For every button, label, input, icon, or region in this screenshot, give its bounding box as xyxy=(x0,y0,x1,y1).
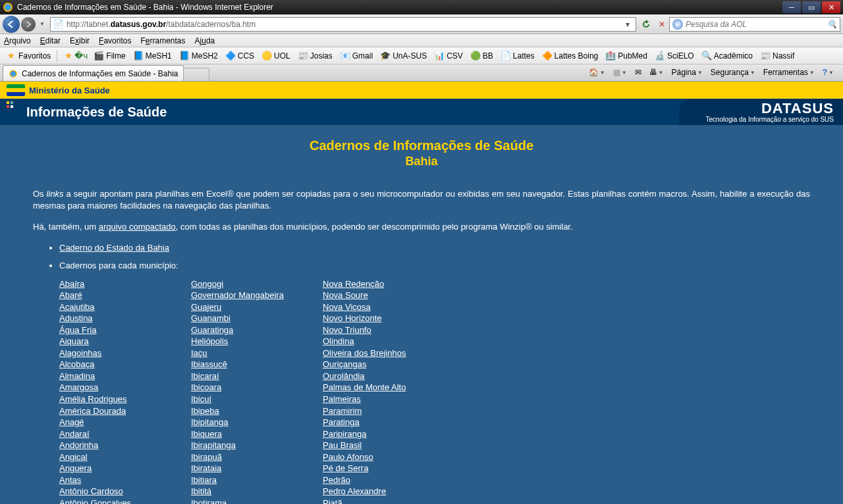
link-municipio[interactable]: Pedrão xyxy=(323,474,454,486)
favorites-button[interactable]: ★ Favoritos xyxy=(3,49,54,63)
search-icon[interactable]: 🔍 xyxy=(827,20,837,29)
link-arquivo-compactado[interactable]: arquivo compactado xyxy=(99,222,176,232)
favorite-mesh1[interactable]: 📘MeSH1 xyxy=(130,49,175,63)
link-municipio[interactable]: Ibiquera xyxy=(191,428,323,440)
search-bar[interactable]: 🔍 xyxy=(669,17,840,32)
link-municipio[interactable]: Ibiassucê xyxy=(191,359,323,370)
home-button[interactable]: 🏠▼ xyxy=(586,66,608,78)
link-municipio[interactable]: Alagoinhas xyxy=(59,347,191,359)
link-municipio[interactable]: América Dourada xyxy=(59,405,191,417)
link-municipio[interactable]: Ibitiara xyxy=(191,474,323,486)
menu-ferramentas[interactable]: Ferramentas xyxy=(140,36,185,45)
tab-active[interactable]: Cadernos de Informações em Saúde - Bahia xyxy=(3,65,184,81)
link-municipio[interactable]: Alcobaça xyxy=(59,359,191,370)
favorite-pubmed[interactable]: 🏥PubMed xyxy=(602,49,651,63)
link-municipio[interactable]: Pau Brasil xyxy=(323,440,454,451)
link-municipio[interactable]: Ibipitanga xyxy=(191,416,323,428)
favorite-scielo[interactable]: 🔬SciELO xyxy=(651,49,697,63)
favorite-gmail[interactable]: 📧Gmail xyxy=(337,49,376,63)
address-dropdown-icon[interactable]: ▾ xyxy=(622,20,633,29)
stop-button[interactable]: ✕ xyxy=(655,17,669,32)
link-municipio[interactable]: Paripiranga xyxy=(323,428,454,440)
link-municipio[interactable]: Novo Triunfo xyxy=(323,324,454,336)
page-menu[interactable]: Página▼ xyxy=(669,66,705,78)
link-municipio[interactable]: Paramirim xyxy=(323,405,454,417)
link-municipio[interactable]: Abaré xyxy=(59,290,191,301)
link-municipio[interactable]: Ourolândia xyxy=(323,370,454,382)
link-municipio[interactable]: Pedro Alexandre xyxy=(323,486,454,497)
print-button[interactable]: 🖶▼ xyxy=(647,66,666,78)
menu-arquivo[interactable]: Arquivo xyxy=(4,36,31,45)
add-favorite-button[interactable]: ★�ч xyxy=(60,49,90,63)
link-municipio[interactable]: Nova Soure xyxy=(323,290,454,301)
new-tab-button[interactable] xyxy=(183,68,209,81)
link-municipio[interactable]: Angical xyxy=(59,451,191,463)
forward-button[interactable] xyxy=(21,17,36,32)
link-municipio[interactable]: Olindina xyxy=(323,336,454,347)
help-button[interactable]: ?▼ xyxy=(820,66,836,78)
link-municipio[interactable]: Água Fria xyxy=(59,324,191,336)
link-municipio[interactable]: Novo Horizonte xyxy=(323,313,454,324)
link-municipio[interactable]: Nova Viçosa xyxy=(323,301,454,313)
link-municipio[interactable]: Amélia Rodrigues xyxy=(59,393,191,405)
link-municipio[interactable]: Ibicoara xyxy=(191,382,323,393)
link-municipio[interactable]: Andorinha xyxy=(59,440,191,451)
link-municipio[interactable]: Pé de Serra xyxy=(323,463,454,474)
link-municipio[interactable]: Nova Redenção xyxy=(323,278,454,290)
favorite-ccs[interactable]: 🔷CCS xyxy=(222,49,258,63)
link-municipio[interactable]: Anguera xyxy=(59,463,191,474)
link-municipio[interactable]: Paratinga xyxy=(323,416,454,428)
maximize-button[interactable]: ▭ xyxy=(802,1,821,13)
menu-exibir[interactable]: Exibir xyxy=(70,36,90,45)
menu-editar[interactable]: Editar xyxy=(40,36,61,45)
link-municipio[interactable]: Andaraí xyxy=(59,428,191,440)
favorite-nassif[interactable]: 📰Nassif xyxy=(757,49,798,63)
link-municipio[interactable]: Oliveira dos Brejinhos xyxy=(323,347,454,359)
link-municipio[interactable]: Ibipeba xyxy=(191,405,323,417)
link-municipio[interactable]: Piatã xyxy=(323,497,454,504)
tools-menu[interactable]: Ferramentas▼ xyxy=(761,66,817,78)
link-municipio[interactable]: Governador Mangabeira xyxy=(191,290,323,301)
link-municipio[interactable]: Ibirapitanga xyxy=(191,440,323,451)
link-municipio[interactable]: Ibicaraí xyxy=(191,370,323,382)
favorite-lattes[interactable]: 📄Lattes xyxy=(497,49,538,63)
favorite-bb[interactable]: 🟢BB xyxy=(467,49,497,63)
link-municipio[interactable]: Palmas de Monte Alto xyxy=(323,382,454,393)
link-municipio[interactable]: Antas xyxy=(59,474,191,486)
refresh-button[interactable] xyxy=(639,17,653,32)
favorite-una-sus[interactable]: 🎓UnA-SUS xyxy=(377,49,430,63)
link-municipio[interactable]: Anagé xyxy=(59,416,191,428)
link-municipio[interactable]: Ibititá xyxy=(191,486,323,497)
link-municipio[interactable]: Heliópolis xyxy=(191,336,323,347)
link-caderno-estado[interactable]: Caderno do Estado da Bahia xyxy=(59,243,169,253)
link-municipio[interactable]: Gongogi xyxy=(191,278,323,290)
link-municipio[interactable]: Palmeiras xyxy=(323,393,454,405)
link-municipio[interactable]: Guanambi xyxy=(191,313,323,324)
feeds-button[interactable]: ▩▼ xyxy=(611,66,630,78)
readmail-button[interactable]: ✉ xyxy=(632,66,644,78)
link-municipio[interactable]: Amargosa xyxy=(59,382,191,393)
menu-favoritos[interactable]: Favoritos xyxy=(99,36,131,45)
favorite-mesh2[interactable]: 📘MeSH2 xyxy=(176,49,221,63)
back-button[interactable] xyxy=(3,16,20,33)
link-municipio[interactable]: Acajutiba xyxy=(59,301,191,313)
link-municipio[interactable]: Aiquara xyxy=(59,336,191,347)
link-municipio[interactable]: Ouriçangas xyxy=(323,359,454,370)
minimize-button[interactable]: ─ xyxy=(782,1,801,13)
address-bar[interactable]: 📄 http://tabnet.datasus.gov.br/tabdata/c… xyxy=(50,17,636,32)
link-municipio[interactable]: Ibotirama xyxy=(191,497,323,504)
menu-ajuda[interactable]: Ajuda xyxy=(195,36,215,45)
link-municipio[interactable]: Ibicuí xyxy=(191,393,323,405)
favorite-filme[interactable]: 🎬Filme xyxy=(90,49,128,63)
favorite-uol[interactable]: 🟡UOL xyxy=(258,49,294,63)
nav-dropdown-icon[interactable]: ▼ xyxy=(40,21,45,27)
link-municipio[interactable]: Antônio Cardoso xyxy=(59,486,191,497)
safety-menu[interactable]: Segurança▼ xyxy=(708,66,758,78)
link-municipio[interactable]: Antônio Gonçalves xyxy=(59,497,191,504)
favorite-acadêmico[interactable]: 🔍Acadêmico xyxy=(698,49,756,63)
link-municipio[interactable]: Adustina xyxy=(59,313,191,324)
page-scroll[interactable]: Ministério da Saúde Informações de Saúde… xyxy=(0,82,843,504)
link-municipio[interactable]: Ibirapuã xyxy=(191,451,323,463)
link-municipio[interactable]: Almadina xyxy=(59,370,191,382)
favorite-josias[interactable]: 📰Josias xyxy=(294,49,336,63)
